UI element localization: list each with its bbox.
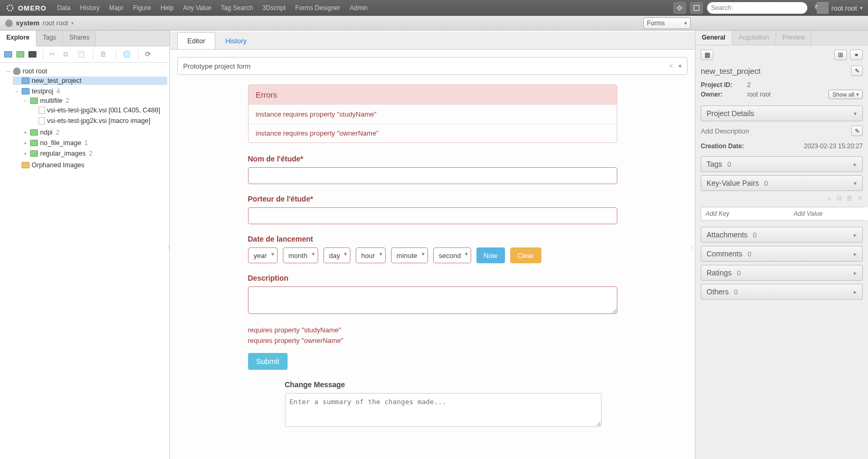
collapse-icon[interactable]: −	[23, 98, 28, 104]
acc-label: Tags	[707, 160, 722, 168]
kv-value-input[interactable]	[789, 207, 868, 220]
dataset-icon	[30, 150, 38, 157]
nav-anyvalue[interactable]: Any Value	[183, 4, 212, 12]
nav-admin[interactable]: Admin	[350, 4, 368, 12]
user-menu[interactable]: root root ▾	[817, 2, 863, 14]
delete-icon[interactable]: 🗑	[100, 50, 109, 59]
tab-history[interactable]: History	[215, 32, 256, 49]
project-tree[interactable]: − root root new_test_project	[0, 63, 169, 459]
add-description-label: Add Description	[701, 127, 851, 135]
acc-comments[interactable]: Comments0▸	[701, 246, 863, 262]
grid-icon[interactable]: ⊞	[834, 50, 847, 60]
chevron-down-icon[interactable]: ▾	[679, 63, 682, 70]
new-screen-icon[interactable]	[28, 51, 36, 58]
day-select[interactable]: day	[323, 247, 350, 263]
nav-help[interactable]: Help	[160, 4, 174, 12]
acc-ratings[interactable]: Ratings0▸	[701, 265, 863, 281]
nav-history[interactable]: History	[80, 4, 99, 12]
tree-count: 2	[56, 129, 60, 136]
now-button[interactable]: Now	[476, 247, 505, 263]
edit-title-button[interactable]: ✎	[851, 65, 863, 76]
settings-gear-icon[interactable]	[673, 2, 686, 14]
year-select[interactable]: year	[248, 247, 278, 263]
nav-mapr[interactable]: Mapr	[109, 4, 123, 12]
cut-icon[interactable]: ✂	[50, 50, 59, 59]
tab-shares[interactable]: Shares	[63, 31, 96, 46]
global-search[interactable]: Search: 🔍	[707, 2, 807, 14]
splitter-handle[interactable]: ⋮	[690, 245, 695, 251]
link-icon[interactable]: ⚭	[850, 50, 863, 60]
study-name-input[interactable]	[248, 167, 617, 184]
second-select[interactable]: second	[433, 247, 471, 263]
description-textarea[interactable]	[248, 286, 617, 314]
expand-icon[interactable]: +	[23, 140, 28, 146]
tree-dataset-ndpi[interactable]: +ndpi2	[21, 128, 167, 137]
copy-kv-icon[interactable]: ⧉	[837, 194, 842, 204]
breadcrumb[interactable]: system root root ▾	[0, 19, 170, 27]
tree-project-testproj[interactable]: − testproj 4	[13, 87, 167, 95]
tree-label: ndpi	[40, 129, 53, 136]
refresh-icon[interactable]: ⟳	[145, 50, 155, 59]
acc-others[interactable]: Others0▸	[701, 284, 863, 300]
tree-project-new[interactable]: new_test_project	[13, 77, 167, 85]
month-select[interactable]: month	[283, 247, 318, 263]
clear-icon[interactable]: ×	[669, 62, 673, 70]
submit-button[interactable]: Submit	[248, 353, 288, 370]
center-panel: Editor History Prototype project form × …	[170, 31, 695, 459]
copy-icon[interactable]: ⧉	[63, 50, 73, 59]
owner-name-input[interactable]	[248, 207, 617, 224]
tab-explore[interactable]: Explore	[0, 31, 36, 46]
tab-editor[interactable]: Editor	[177, 32, 215, 49]
close-kv-icon[interactable]: ✕	[857, 194, 863, 204]
chevron-down-icon: ▾	[860, 5, 863, 11]
acc-keyvalue[interactable]: Key-Value Pairs0▾	[701, 175, 863, 191]
acc-count: 0	[764, 179, 768, 187]
tree-dataset-nofile[interactable]: +no_file_image1	[21, 139, 167, 147]
tab-general[interactable]: General	[695, 31, 732, 45]
tree-orphaned[interactable]: Orphaned Images	[13, 161, 167, 169]
tab-tags[interactable]: Tags	[36, 31, 63, 46]
edit-description-button[interactable]: ✎	[851, 126, 863, 136]
kv-key-input[interactable]	[701, 207, 789, 220]
acc-attachments[interactable]: Attachments0▸	[701, 227, 863, 243]
paste-icon[interactable]: 📋	[77, 50, 87, 59]
new-project-icon[interactable]	[4, 51, 12, 58]
acc-project-details[interactable]: Project Details ▾	[701, 106, 863, 121]
collapse-icon[interactable]: −	[14, 89, 20, 94]
minute-select[interactable]: minute	[391, 247, 428, 263]
clear-button[interactable]: Clear	[510, 247, 541, 263]
acc-count: 0	[737, 269, 740, 277]
expand-icon[interactable]: +	[23, 151, 28, 157]
form-template-dropdown[interactable]: Prototype project form × ▾	[177, 57, 688, 75]
search-input[interactable]	[735, 4, 814, 12]
tree-image[interactable]: vsi-ets-test-jpg2k.vsi [macro image]	[30, 117, 167, 125]
tree-image[interactable]: vsi-ets-test-jpg2k.vsi [001 C405, C488]	[30, 106, 167, 114]
share-icon[interactable]: 🌐	[122, 50, 132, 59]
nav-tagsearch[interactable]: Tag Search	[221, 4, 253, 12]
show-all-dropdown[interactable]: Show all▾	[828, 90, 863, 99]
puzzle-icon[interactable]	[690, 2, 703, 14]
tree-dataset-multifile[interactable]: − multifile 2	[21, 97, 167, 105]
nav-items: Data History Mapr Figure Help Any Value …	[57, 4, 368, 12]
new-dataset-icon[interactable]	[16, 51, 24, 58]
tree-count: 2	[89, 150, 92, 157]
project-icon	[22, 88, 30, 94]
brand-logo[interactable]: OMERO	[5, 3, 46, 13]
tab-acquisition: Acquisition	[732, 31, 776, 45]
expand-icon[interactable]: +	[23, 130, 28, 136]
nav-figure[interactable]: Figure	[133, 4, 151, 12]
tree-dataset-regular[interactable]: +regular_images2	[21, 149, 167, 158]
delete-kv-icon[interactable]: 🗑	[846, 194, 853, 204]
add-kv-icon[interactable]: ＋	[826, 194, 833, 204]
owner-label: Owner:	[701, 91, 747, 98]
thumbnail-icon[interactable]: ▦	[701, 50, 713, 60]
center-view-dropdown[interactable]: Forms ▾	[643, 17, 691, 29]
collapse-icon[interactable]: −	[6, 69, 11, 74]
nav-formsdesigner[interactable]: Forms Designer	[295, 4, 340, 12]
tree-root-user[interactable]: − root root	[4, 67, 167, 75]
change-message-textarea[interactable]	[285, 393, 602, 427]
acc-tags[interactable]: Tags0▸	[701, 156, 863, 172]
nav-3dscript[interactable]: 3Dscript	[262, 4, 285, 12]
nav-data[interactable]: Data	[57, 4, 70, 12]
hour-select[interactable]: hour	[356, 247, 386, 263]
